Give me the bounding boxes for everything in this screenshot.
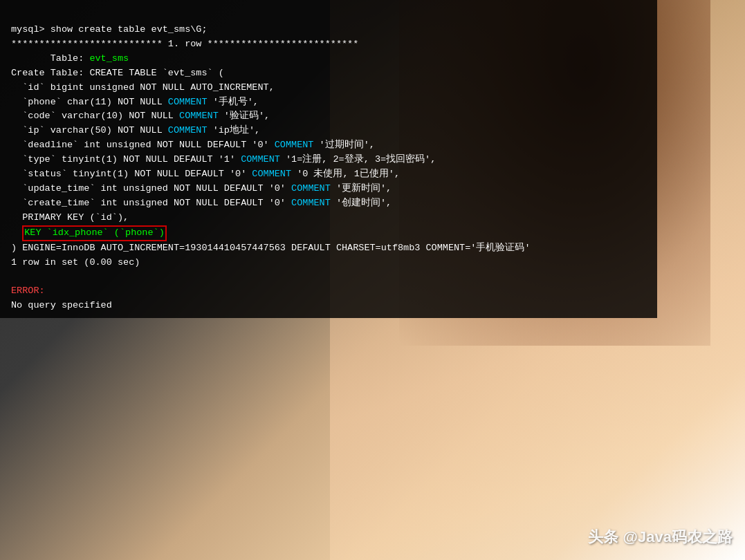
field-update-time: `update_time` int unsigned NOT NULL DEFA…	[11, 183, 392, 194]
field-type: `type` tinyint(1) NOT NULL DEFAULT '1' C…	[11, 154, 436, 165]
watermark: 头条 @Java码农之路	[588, 527, 733, 548]
field-code: `code` varchar(10) NOT NULL COMMENT '验证码…	[11, 111, 270, 121]
separator-line: *************************** 1. row *****…	[11, 39, 358, 49]
index-key-line: KEY `idx_phone` (`phone`)	[11, 227, 167, 238]
primary-key-line: PRIMARY KEY (`id`),	[11, 212, 129, 223]
terminal-window: mysql> show create table evt_sms\G; ****…	[0, 0, 657, 318]
field-id: `id` bigint unsigned NOT NULL AUTO_INCRE…	[11, 82, 275, 93]
field-ip: `ip` varchar(50) NOT NULL COMMENT 'ip地址'…	[11, 125, 260, 136]
error-message: No query specified	[11, 300, 112, 310]
field-create-time: `create_time` int unsigned NOT NULL DEFA…	[11, 198, 392, 208]
error-label: ERROR:	[11, 286, 45, 296]
field-deadline: `deadline` int unsigned NOT NULL DEFAULT…	[11, 140, 375, 150]
command-line: mysql> show create table evt_sms\G;	[11, 24, 208, 35]
row-count-line: 1 row in set (0.00 sec)	[11, 257, 140, 268]
create-table-line: Create Table: CREATE TABLE `evt_sms` (	[11, 68, 224, 78]
field-status: `status` tinyint(1) NOT NULL DEFAULT '0'…	[11, 169, 400, 179]
terminal-content: mysql> show create table evt_sms\G; ****…	[11, 8, 646, 318]
engine-line: ) ENGINE=InnoDB AUTO_INCREMENT=193014410…	[11, 243, 531, 253]
table-row: Table: evt_sms	[11, 53, 129, 64]
field-phone: `phone` char(11) NOT NULL COMMENT '手机号',	[11, 97, 259, 107]
